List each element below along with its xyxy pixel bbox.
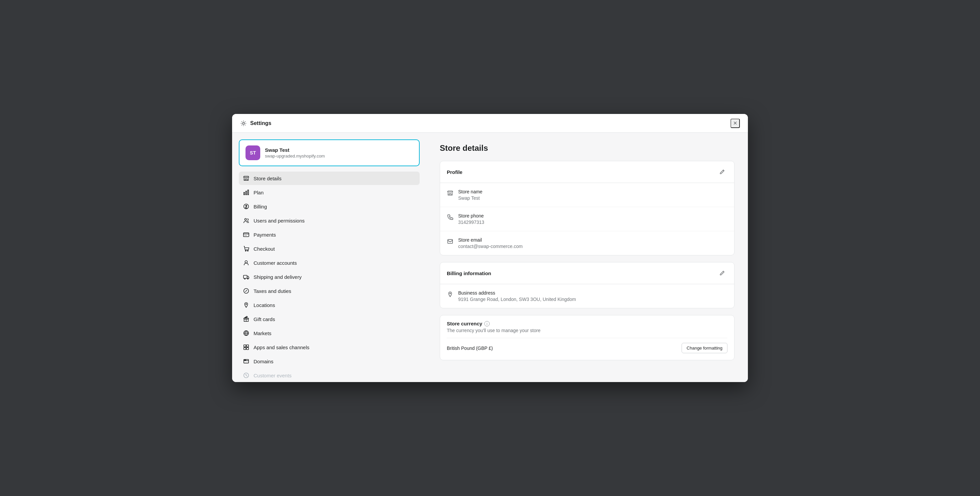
svg-rect-18	[247, 345, 248, 347]
billing-edit-button[interactable]	[717, 268, 727, 279]
currency-title: Store currency	[447, 321, 482, 327]
currency-row: British Pound (GBP £) Change formatting	[447, 338, 727, 358]
sidebar-item-users-label: Users and permissions	[253, 218, 305, 223]
store-avatar: ST	[245, 145, 260, 160]
sidebar-item-store-details-label: Store details	[253, 175, 282, 181]
sidebar-item-locations[interactable]: Locations	[239, 298, 420, 312]
users-icon	[243, 217, 250, 224]
sidebar-item-shipping-label: Shipping and delivery	[253, 274, 301, 280]
sidebar-item-taxes[interactable]: Taxes and duties	[239, 284, 420, 298]
sidebar-item-billing-label: Billing	[253, 204, 267, 209]
main-content: Store details Profile	[426, 133, 748, 382]
store-email-content: Store email contact@swap-commerce.com	[458, 237, 522, 249]
profile-card-title: Profile	[447, 169, 463, 175]
close-button[interactable]: ×	[730, 119, 740, 128]
sidebar-item-domains[interactable]: Domains	[239, 354, 420, 368]
sidebar-item-apps-label: Apps and sales channels	[253, 344, 309, 350]
sidebar-item-checkout[interactable]: Checkout	[239, 242, 420, 255]
sidebar-item-shipping[interactable]: Shipping and delivery	[239, 270, 420, 284]
svg-point-27	[450, 293, 451, 294]
sidebar-item-domains-label: Domains	[253, 359, 273, 364]
sidebar-item-billing[interactable]: Billing	[239, 200, 420, 213]
profile-card-header: Profile	[440, 161, 734, 183]
email-icon	[447, 238, 453, 245]
page-title: Store details	[440, 144, 735, 153]
plan-icon	[243, 189, 250, 196]
apps-icon	[243, 344, 250, 351]
store-currency-header: Store currency i	[447, 321, 727, 327]
sidebar-item-customer-accounts-label: Customer accounts	[253, 260, 297, 266]
pencil-icon	[719, 169, 725, 175]
svg-rect-19	[244, 348, 246, 349]
billing-card-header: Billing information	[440, 262, 734, 284]
store-email-label: Store email	[458, 237, 522, 242]
store-info: Swap Test swap-upgraded.myshopify.com	[265, 147, 325, 158]
location-icon	[447, 291, 453, 298]
store-phone-value: 3142997313	[458, 220, 484, 225]
business-address-label: Business address	[458, 290, 576, 296]
store-email-field: Store email contact@swap-commerce.com	[440, 231, 734, 255]
sidebar-item-gift-cards[interactable]: Gift cards	[239, 313, 420, 326]
store-url: swap-upgraded.myshopify.com	[265, 153, 325, 158]
store-name-label: Store name	[458, 189, 482, 195]
business-address-content: Business address 9191 Grange Road, Londo…	[458, 290, 576, 302]
gear-icon	[240, 120, 247, 127]
svg-rect-2	[246, 191, 247, 195]
sidebar-item-markets[interactable]: Markets	[239, 327, 420, 340]
markets-icon	[243, 330, 250, 337]
payments-icon	[243, 231, 250, 238]
settings-window: Settings × ST Swap Test swap-upgraded.my…	[232, 114, 748, 382]
store-phone-label: Store phone	[458, 213, 484, 218]
store-icon	[447, 190, 453, 196]
svg-point-5	[245, 218, 247, 220]
sidebar-item-users-permissions[interactable]: Users and permissions	[239, 214, 420, 227]
content-area: ST Swap Test swap-upgraded.myshopify.com	[232, 133, 748, 382]
sidebar-item-store-details[interactable]: Store details	[239, 172, 420, 185]
titlebar: Settings ×	[232, 114, 748, 133]
sidebar-item-apps[interactable]: Apps and sales channels	[239, 340, 420, 354]
store-email-value: contact@swap-commerce.com	[458, 244, 522, 249]
sidebar-item-markets-label: Markets	[253, 330, 271, 336]
sidebar-item-customer-events-label: Customer events	[253, 373, 291, 378]
store-card[interactable]: ST Swap Test swap-upgraded.myshopify.com	[239, 139, 420, 166]
store-name-value: Swap Test	[458, 195, 482, 201]
billing-card: Billing information	[440, 262, 735, 308]
currency-card: Store currency i The currency you'll use…	[440, 315, 735, 360]
locations-icon	[243, 301, 250, 308]
svg-point-12	[248, 279, 248, 279]
customer-accounts-icon	[243, 259, 250, 266]
sidebar-item-plan-label: Plan	[253, 190, 264, 195]
shipping-icon	[243, 273, 250, 280]
info-icon[interactable]: i	[484, 321, 490, 327]
profile-edit-button[interactable]	[717, 167, 727, 177]
business-address-field: Business address 9191 Grange Road, Londo…	[440, 284, 734, 308]
svg-point-9	[245, 261, 247, 263]
svg-rect-20	[247, 348, 248, 349]
svg-point-14	[246, 304, 247, 305]
sidebar-item-gift-cards-label: Gift cards	[253, 316, 275, 322]
billing-card-title: Billing information	[447, 270, 492, 276]
store-phone-field: Store phone 3142997313	[440, 207, 734, 231]
business-address-value: 9191 Grange Road, London, SW3 3OU, Unite…	[458, 297, 576, 302]
sidebar-item-payments-label: Payments	[253, 232, 276, 238]
phone-icon	[447, 214, 453, 220]
currency-description: The currency you'll use to manage your s…	[447, 328, 727, 333]
svg-point-11	[245, 279, 245, 279]
sidebar-item-customer-accounts[interactable]: Customer accounts	[239, 256, 420, 270]
svg-rect-26	[448, 239, 452, 244]
taxes-icon	[243, 287, 250, 294]
svg-point-7	[245, 250, 246, 251]
sidebar-item-taxes-label: Taxes and duties	[253, 288, 291, 294]
store-name-content: Store name Swap Test	[458, 189, 482, 201]
sidebar-item-plan[interactable]: Plan	[239, 186, 420, 199]
sidebar-nav: Store details Plan	[239, 172, 420, 382]
change-formatting-button[interactable]: Change formatting	[682, 343, 727, 353]
titlebar-title: Settings	[250, 120, 271, 126]
checkout-icon	[243, 245, 250, 252]
svg-rect-3	[248, 190, 249, 195]
svg-rect-6	[243, 233, 249, 237]
sidebar-item-checkout-label: Checkout	[253, 246, 275, 252]
sidebar-item-payments[interactable]: Payments	[239, 228, 420, 241]
titlebar-left: Settings	[240, 120, 271, 127]
sidebar-item-customer-events: Customer events	[239, 368, 420, 382]
